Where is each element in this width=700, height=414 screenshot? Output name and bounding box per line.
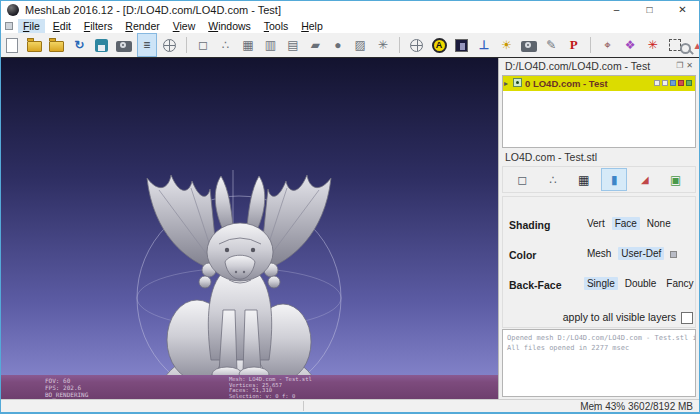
menu-file[interactable]: File (18, 19, 45, 33)
status-bar: Mem 43% 3602/8192 MB (1, 399, 699, 412)
apply-all-row: apply to all visible layers (563, 311, 693, 324)
camera-icon (116, 41, 132, 52)
edit-pen-button[interactable]: ✎ (542, 34, 560, 56)
layer-list: ▸0 LO4D.com - Test (502, 75, 696, 148)
render-mode-texture[interactable]: ▣ (664, 169, 688, 190)
meshlab-window: MeshLab 2016.12 - [D:/LO4D.com/LO4D.com … (0, 0, 700, 414)
import-mesh-button[interactable] (48, 34, 66, 56)
backface-double[interactable]: Double (622, 277, 660, 290)
trackball-icon (410, 39, 423, 52)
render-flat-button[interactable]: ▰ (306, 34, 324, 56)
menu-help[interactable]: Help (296, 19, 328, 33)
background-color-button[interactable] (453, 34, 471, 56)
render-points-button[interactable]: ∴ (217, 34, 235, 56)
dock-close-icon[interactable]: ✕ (686, 61, 696, 70)
backface-row: Back-Face Single Double Fancy Cull (509, 277, 691, 293)
layers-dock-header: D:/LO4D.com/LO4D.com - Test ❐✕ (499, 58, 699, 74)
render-smooth-button[interactable]: ● (329, 34, 347, 56)
align-tool-button[interactable]: ⌖ (599, 34, 617, 56)
color-user-def[interactable]: User-Def (618, 247, 664, 260)
title-bar: MeshLab 2016.12 - [D:/LO4D.com/LO4D.com … (1, 1, 699, 19)
shading-label: Shading (509, 217, 581, 233)
layer-label: 0 LO4D.com - Test (525, 78, 608, 89)
gl-viewport[interactable]: FOV: 60 FPS: 202.6 BO_RENDERING Mesh: LO… (1, 58, 498, 399)
render-texture-button[interactable]: ▨ (351, 34, 369, 56)
menu-tools[interactable]: Tools (259, 19, 294, 33)
backface-fancy[interactable]: Fancy (663, 277, 696, 290)
visibility-eye-icon[interactable] (513, 78, 522, 87)
search-button[interactable] (679, 37, 697, 59)
render-wireframe-button[interactable]: ▦ (239, 34, 257, 56)
hud-mesh-info: Mesh: LO4D.com - Test.stl Vertices: 25,6… (229, 377, 312, 399)
render-mode-bbox[interactable]: ◻ (510, 169, 534, 190)
camera-icon (521, 41, 537, 52)
menu-filters[interactable]: Filters (79, 19, 118, 33)
log-line: All files opened in 2277 msec (507, 343, 691, 353)
render-mode-row: ◻ ∴ ▦ ▮ ◢ ▣ (502, 166, 696, 193)
render-mode-points[interactable]: ∴ (541, 169, 565, 190)
menu-bar: File Edit Filters Render View Windows To… (1, 19, 699, 33)
show-axis-button[interactable]: ⊥ (475, 34, 493, 56)
render-flat-lines-button[interactable]: ▤ (284, 34, 302, 56)
trackball-button[interactable] (408, 34, 426, 56)
reload-button[interactable]: ↻ (70, 34, 88, 56)
render-hidden-lines-button[interactable]: ▥ (261, 34, 279, 56)
export-mesh-button[interactable] (93, 34, 111, 56)
menu-windows[interactable]: Windows (203, 19, 256, 33)
globe-icon (163, 39, 176, 52)
plugin-star-button[interactable]: ✳ (644, 34, 662, 56)
shading-row: Shading Vert Face None (509, 217, 691, 233)
layer-dialog-button[interactable]: ≡ (138, 34, 156, 56)
log-panel: Opened mesh D:/LO4D.com/LO4D.com - Test.… (502, 329, 696, 397)
user-color-swatch[interactable] (670, 251, 677, 258)
render-mode-edges[interactable]: ◢ (633, 169, 657, 190)
color-mesh[interactable]: Mesh (584, 247, 614, 260)
new-document-icon (6, 38, 18, 53)
new-mesh-button[interactable] (3, 34, 21, 56)
render-mode-wireframe[interactable]: ▦ (572, 169, 596, 190)
save-floppy-icon (95, 39, 108, 52)
log-line: Opened mesh D:/LO4D.com/LO4D.com - Test.… (507, 333, 691, 343)
gargoyle-model (1, 58, 498, 399)
expander-icon[interactable]: ▸ (504, 76, 513, 91)
color-row: Color Mesh User-Def (509, 247, 691, 263)
online-help-button[interactable] (160, 34, 178, 56)
apply-all-checkbox[interactable] (681, 312, 693, 324)
backface-single[interactable]: Single (584, 277, 618, 290)
close-button[interactable]: ✕ (666, 1, 699, 19)
menu-view[interactable]: View (168, 19, 201, 33)
render-bbox-button[interactable]: ◻ (194, 34, 212, 56)
decorate-tool-button[interactable]: ❖ (621, 34, 639, 56)
shader-dialog-button[interactable]: P (565, 34, 583, 56)
maximize-button[interactable]: □ (633, 1, 666, 19)
shading-face[interactable]: Face (612, 217, 640, 230)
window-title: MeshLab 2016.12 - [D:/LO4D.com/LO4D.com … (25, 1, 281, 19)
mdi-child-icon (5, 22, 13, 30)
layer-panel: D:/LO4D.com/LO4D.com - Test ❐✕ ▸0 LO4D.c… (498, 58, 699, 399)
render-options-box: Shading Vert Face None Color Mesh User-D… (502, 196, 696, 328)
shading-none[interactable]: None (644, 217, 674, 230)
layer-status-icons (654, 80, 692, 86)
search-icon (680, 43, 691, 54)
open-project-button[interactable] (25, 34, 43, 56)
menu-render[interactable]: Render (120, 19, 164, 33)
render-mode-flat[interactable]: ▮ (602, 169, 626, 190)
background-icon (455, 39, 468, 52)
layer-row-0[interactable]: ▸0 LO4D.com - Test (503, 76, 695, 91)
toolbar: ↻ ≡ ◻ ∴ ▦ ▥ ▤ ▰ ● ▨ ✳ A ⊥ ☀ ✎ P ⌖ ❖ ✳ ▲ … (1, 33, 699, 58)
import-folder-icon (49, 41, 64, 52)
open-folder-icon (27, 41, 42, 52)
mesh-dock-title: LO4D.com - Test.stl (505, 151, 597, 163)
backface-label: Back-Face (509, 277, 581, 293)
dock-float-icon[interactable]: ❐ (676, 61, 686, 70)
memory-usage: Mem 43% 3602/8192 MB (580, 400, 693, 413)
light-toggle-button[interactable]: ☀ (497, 34, 515, 56)
menu-edit[interactable]: Edit (48, 19, 76, 33)
shading-vert[interactable]: Vert (584, 217, 608, 230)
copy-snapshot-button[interactable] (520, 34, 538, 56)
show-axes-button[interactable]: ✳ (374, 34, 392, 56)
snapshot-button[interactable] (115, 34, 133, 56)
minimize-button[interactable]: – (600, 1, 633, 19)
ambient-occlusion-button[interactable]: A (430, 34, 448, 56)
mesh-dock-header: LO4D.com - Test.stl (499, 149, 699, 165)
